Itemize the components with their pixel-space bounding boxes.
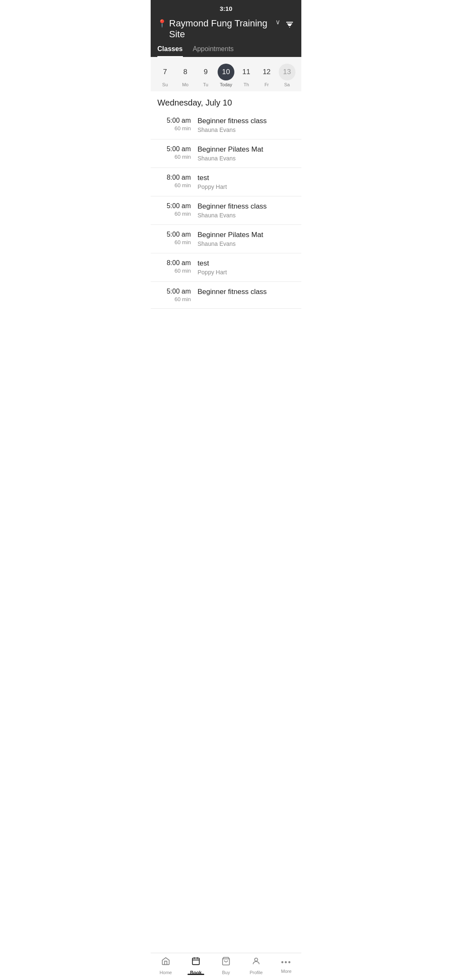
date-picker: 7 Su 8 Mo 9 Tu 10 Today 11 Th 12 Fr 13 S… (151, 57, 301, 91)
date-label-sun: Su (162, 82, 168, 87)
date-num-12: 12 (258, 64, 275, 80)
date-item-today[interactable]: 10 Today (217, 64, 235, 87)
date-item-thu[interactable]: 11 Th (237, 64, 256, 87)
table-row[interactable]: 5:00 am 60 min Beginner Pilates Mat Shau… (151, 139, 301, 168)
date-label-sat: Sa (284, 82, 290, 87)
class-info: Beginner fitness class (198, 288, 295, 297)
class-time: 8:00 am 60 min (157, 259, 191, 274)
date-label-mon: Mo (182, 82, 188, 87)
table-row[interactable]: 5:00 am 60 min Beginner Pilates Mat Shau… (151, 225, 301, 253)
class-info: Beginner Pilates Mat Shauna Evans (198, 145, 295, 162)
date-item-fri[interactable]: 12 Fr (257, 64, 276, 87)
date-num-9: 9 (197, 64, 214, 80)
date-item-mon[interactable]: 8 Mo (176, 64, 195, 87)
date-num-10: 10 (218, 64, 234, 80)
date-num-8: 8 (177, 64, 194, 80)
date-item-sun[interactable]: 7 Su (156, 64, 174, 87)
tab-appointments[interactable]: Appointments (193, 45, 234, 57)
class-time: 8:00 am 60 min (157, 174, 191, 188)
date-label-tue: Tu (203, 82, 208, 87)
class-info: test Poppy Hart (198, 259, 295, 276)
table-row[interactable]: 5:00 am 60 min Beginner fitness class Sh… (151, 111, 301, 139)
date-label-fri: Fr (265, 82, 269, 87)
status-time: 3:10 (220, 5, 232, 12)
table-row[interactable]: 8:00 am 60 min test Poppy Hart (151, 253, 301, 282)
class-info: Beginner Pilates Mat Shauna Evans (198, 231, 295, 247)
class-time: 5:00 am 60 min (157, 231, 191, 245)
date-label-today: Today (220, 82, 232, 87)
class-time: 5:00 am 60 min (157, 202, 191, 217)
filter-icon[interactable] (285, 20, 295, 32)
header: 📍 Raymond Fung Training Site ∨ (151, 15, 301, 40)
tabs: Classes Appointments (151, 40, 301, 57)
date-num-11: 11 (238, 64, 255, 80)
table-row[interactable]: 8:00 am 60 min test Poppy Hart (151, 168, 301, 196)
schedule-date-header: Wednesday, July 10 (151, 91, 301, 111)
class-info: Beginner fitness class Shauna Evans (198, 117, 295, 133)
location-icon: 📍 (157, 19, 167, 28)
date-num-13: 13 (279, 64, 295, 80)
class-info: Beginner fitness class Shauna Evans (198, 202, 295, 219)
header-location[interactable]: 📍 Raymond Fung Training Site ∨ (157, 18, 280, 40)
table-row[interactable]: 5:00 am 60 min Beginner fitness class Sh… (151, 196, 301, 225)
content-area: Wednesday, July 10 5:00 am 60 min Beginn… (151, 91, 301, 342)
date-label-thu: Th (244, 82, 249, 87)
class-time: 5:00 am 60 min (157, 145, 191, 160)
location-title: Raymond Fung Training Site (169, 18, 273, 40)
class-info: test Poppy Hart (198, 174, 295, 190)
class-time: 5:00 am 60 min (157, 288, 191, 302)
status-bar: 3:10 (151, 0, 301, 15)
header-filter[interactable] (280, 20, 295, 32)
date-num-7: 7 (157, 64, 173, 80)
tab-classes[interactable]: Classes (157, 45, 183, 57)
class-time: 5:00 am 60 min (157, 117, 191, 132)
class-list: 5:00 am 60 min Beginner fitness class Sh… (151, 111, 301, 309)
chevron-down-icon: ∨ (275, 18, 280, 26)
date-item-sat[interactable]: 13 Sa (278, 64, 296, 87)
table-row[interactable]: 5:00 am 60 min Beginner fitness class (151, 282, 301, 309)
date-item-tue[interactable]: 9 Tu (196, 64, 215, 87)
